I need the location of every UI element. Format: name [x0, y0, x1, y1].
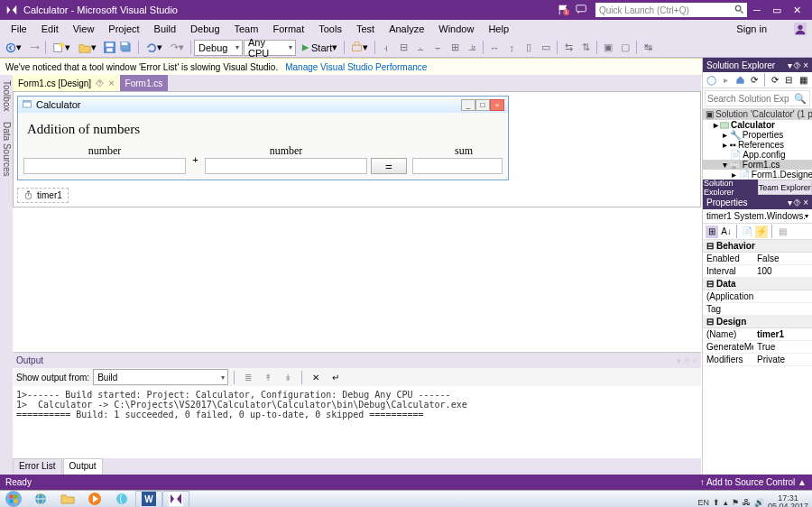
- prop-cat-icon[interactable]: ⊞: [706, 226, 718, 238]
- align-right-icon[interactable]: ⫠: [412, 40, 429, 56]
- component-tray[interactable]: timer1: [17, 188, 697, 203]
- se-formcs-node[interactable]: ▾ 📰 Form1.cs: [703, 160, 812, 170]
- feedback-icon[interactable]: [576, 4, 588, 16]
- vcenter-icon[interactable]: ⇅: [577, 40, 594, 56]
- se-tab-solution[interactable]: Solution Explorer: [703, 180, 758, 195]
- out-prev-icon[interactable]: ↟: [260, 369, 276, 385]
- task-app1-icon[interactable]: [108, 491, 135, 508]
- plus-label[interactable]: +: [189, 154, 201, 165]
- restore-button[interactable]: ▭: [767, 0, 787, 20]
- prop-events-icon[interactable]: ⚡: [755, 226, 768, 238]
- redo-button[interactable]: ↷▾: [167, 40, 188, 56]
- prop-name[interactable]: (Name)timer1: [703, 328, 812, 341]
- solution-explorer-header[interactable]: Solution Explorer ▾ ⯑ ×: [703, 58, 812, 72]
- task-media-icon[interactable]: [81, 491, 108, 508]
- same-h-icon[interactable]: ▭: [538, 40, 554, 56]
- menu-view[interactable]: View: [66, 22, 102, 36]
- se-pin-icon[interactable]: ⯑: [793, 60, 802, 70]
- prop-props-icon[interactable]: 📄: [741, 226, 753, 238]
- nav-fwd-button[interactable]: ⭢: [26, 40, 42, 56]
- heading-label[interactable]: Addition of numbers: [27, 122, 499, 137]
- cat-behavior[interactable]: ⊟ Behavior: [703, 240, 812, 253]
- align-left-icon[interactable]: ⫞: [378, 40, 394, 56]
- tab-output[interactable]: Output: [63, 458, 103, 475]
- se-properties-node[interactable]: ▸ 🔧 Properties: [703, 130, 812, 140]
- tab-pin-icon[interactable]: ⯑: [95, 78, 105, 88]
- form-body[interactable]: Addition of numbers number + number sum: [18, 113, 508, 180]
- menu-tools[interactable]: Tools: [311, 22, 349, 36]
- menu-format[interactable]: Format: [265, 22, 311, 36]
- menu-file[interactable]: File: [4, 22, 34, 36]
- toolbox-tab[interactable]: Toolbox: [2, 75, 12, 116]
- form-close-button[interactable]: ×: [490, 99, 504, 111]
- se-refresh-icon[interactable]: ⟳: [769, 74, 781, 87]
- task-explorer-icon[interactable]: [54, 491, 81, 508]
- menu-window[interactable]: Window: [431, 22, 481, 36]
- notif-link[interactable]: Manage Visual Studio Performance: [285, 62, 427, 72]
- flag-icon[interactable]: 1: [558, 4, 570, 16]
- menu-test[interactable]: Test: [349, 22, 382, 36]
- equals-button[interactable]: =: [371, 158, 407, 174]
- se-project-node[interactable]: ▸ Calculator: [703, 120, 812, 130]
- config-combo[interactable]: Debug: [194, 40, 243, 56]
- tray-updates-icon[interactable]: ⬆: [713, 498, 720, 507]
- number2-input[interactable]: [205, 158, 367, 174]
- bring-front-icon[interactable]: ▣: [600, 40, 616, 56]
- se-references-node[interactable]: ▸ ▪▪ References: [703, 140, 812, 150]
- menu-analyze[interactable]: Analyze: [382, 22, 431, 36]
- align-bot-icon[interactable]: ⫡: [464, 40, 480, 56]
- sum-label[interactable]: sum: [455, 144, 473, 158]
- menu-team[interactable]: Team: [227, 22, 266, 36]
- number1-input[interactable]: [23, 158, 186, 174]
- sign-in[interactable]: Sign in: [729, 22, 774, 36]
- task-ie-icon[interactable]: [27, 491, 54, 508]
- prop-genmember[interactable]: GenerateMemberTrue: [703, 341, 812, 354]
- se-drop-icon[interactable]: ▾: [788, 60, 792, 70]
- tray-clock[interactable]: 17:31 05.04.2017: [768, 494, 808, 507]
- new-project-button[interactable]: ▾: [49, 40, 74, 56]
- designer-surface[interactable]: Calculator _ □ × Addition of numbers num…: [13, 91, 701, 207]
- prop-close-icon[interactable]: ×: [803, 198, 808, 207]
- se-showall-icon[interactable]: ▦: [797, 74, 809, 87]
- number1-label[interactable]: number: [88, 144, 122, 158]
- se-search[interactable]: 🔍: [705, 90, 810, 106]
- se-appconfig-node[interactable]: 📄 App.config: [703, 150, 812, 160]
- align-center-icon[interactable]: ⊟: [395, 40, 411, 56]
- menu-edit[interactable]: Edit: [34, 22, 66, 36]
- data-sources-tab[interactable]: Data Sources: [2, 116, 12, 182]
- align-mid-icon[interactable]: ⊞: [447, 40, 463, 56]
- undo-button[interactable]: ▾: [142, 40, 166, 56]
- se-collapse-icon[interactable]: ⊟: [783, 74, 796, 87]
- tray-flag-icon[interactable]: ⚑: [732, 498, 739, 507]
- prop-pin-icon[interactable]: ⯑: [793, 198, 802, 207]
- prop-pages-icon[interactable]: ▤: [776, 226, 789, 238]
- prop-enabled[interactable]: EnabledFalse: [703, 253, 812, 265]
- user-icon[interactable]: [792, 21, 808, 37]
- properties-header[interactable]: Properties ▾ ⯑ ×: [703, 195, 812, 209]
- send-back-icon[interactable]: ▢: [617, 40, 633, 56]
- hcenter-icon[interactable]: ⇆: [560, 40, 577, 56]
- prop-interval[interactable]: Interval100: [703, 265, 812, 278]
- same-w-icon[interactable]: ▯: [521, 40, 537, 56]
- tab-close-icon[interactable]: ×: [108, 78, 114, 88]
- platform-combo[interactable]: Any CPU: [244, 40, 296, 56]
- prop-drop-icon[interactable]: ▾: [788, 198, 792, 207]
- se-back-icon[interactable]: ◯: [706, 74, 718, 87]
- tray-sound-icon[interactable]: 🔊: [754, 498, 764, 507]
- se-home-icon[interactable]: [734, 74, 746, 87]
- se-solution-node[interactable]: ▣Solution 'Calculator' (1 project): [703, 108, 812, 120]
- timer-component[interactable]: timer1: [17, 188, 69, 203]
- cat-data[interactable]: ⊟ Data: [703, 278, 812, 290]
- hspace-icon[interactable]: ↔: [486, 40, 503, 56]
- form-min-button[interactable]: _: [461, 99, 475, 111]
- panel-dropdown-icon[interactable]: ▾: [677, 356, 681, 365]
- cat-design[interactable]: ⊟ Design: [703, 316, 812, 328]
- sum-input[interactable]: [412, 158, 503, 174]
- panel-pin-icon[interactable]: ⯑: [683, 356, 691, 365]
- tab-form-code[interactable]: Form1.cs: [120, 75, 169, 91]
- menu-build[interactable]: Build: [147, 22, 183, 36]
- minimize-button[interactable]: ─: [747, 0, 767, 20]
- nav-back-button[interactable]: ▾: [2, 40, 25, 56]
- output-source-combo[interactable]: Build: [93, 369, 228, 385]
- task-vs-icon[interactable]: [162, 491, 189, 508]
